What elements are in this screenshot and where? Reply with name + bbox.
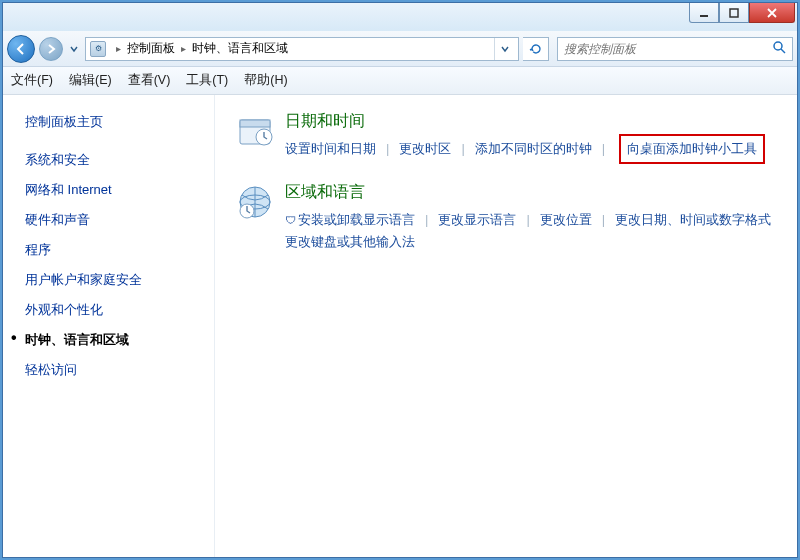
history-dropdown[interactable] bbox=[67, 35, 81, 63]
section: 区域和语言安装或卸载显示语言|更改显示语言|更改位置|更改日期、时间或数字格式更… bbox=[235, 182, 777, 253]
breadcrumb-item[interactable]: 时钟、语言和区域 bbox=[192, 40, 288, 57]
sidebar-item[interactable]: 硬件和声音 bbox=[25, 205, 214, 235]
sidebar-item[interactable]: 用户帐户和家庭安全 bbox=[25, 265, 214, 295]
task-link[interactable]: 设置时间和日期 bbox=[285, 138, 376, 160]
separator: | bbox=[376, 138, 399, 160]
back-button[interactable] bbox=[7, 35, 35, 63]
section: 日期和时间设置时间和日期|更改时区|添加不同时区的时钟|向桌面添加时钟小工具 bbox=[235, 111, 777, 160]
refresh-button[interactable] bbox=[523, 37, 549, 61]
minimize-button[interactable] bbox=[689, 3, 719, 23]
separator: | bbox=[592, 209, 615, 231]
section-body: 日期和时间设置时间和日期|更改时区|添加不同时区的时钟|向桌面添加时钟小工具 bbox=[285, 111, 777, 160]
menu-file[interactable]: 文件(F) bbox=[11, 72, 53, 89]
task-link[interactable]: 添加不同时区的时钟 bbox=[475, 138, 592, 160]
sidebar: 控制面板主页 系统和安全网络和 Internet硬件和声音程序用户帐户和家庭安全… bbox=[3, 95, 215, 557]
control-panel-icon: ⚙ bbox=[90, 41, 106, 57]
svg-rect-1 bbox=[730, 9, 738, 17]
task-link[interactable]: 更改时区 bbox=[399, 138, 451, 160]
menu-edit[interactable]: 编辑(E) bbox=[69, 72, 112, 89]
task-link[interactable]: 向桌面添加时钟小工具 bbox=[627, 141, 757, 156]
svg-point-2 bbox=[774, 42, 782, 50]
chevron-right-icon: ▸ bbox=[110, 43, 127, 54]
sidebar-item[interactable]: 网络和 Internet bbox=[25, 175, 214, 205]
breadcrumb-item[interactable]: 控制面板 bbox=[127, 40, 175, 57]
task-link[interactable]: 更改位置 bbox=[540, 209, 592, 231]
address-bar[interactable]: ⚙ ▸ 控制面板 ▸ 时钟、语言和区域 bbox=[85, 37, 519, 61]
maximize-button[interactable] bbox=[719, 3, 749, 23]
svg-rect-4 bbox=[240, 120, 270, 127]
separator: | bbox=[516, 209, 539, 231]
task-link[interactable]: 更改日期、时间或数字格式 bbox=[615, 209, 771, 231]
window: ⚙ ▸ 控制面板 ▸ 时钟、语言和区域 文件(F) 编辑(E) 查看(V) 工具… bbox=[2, 2, 798, 558]
search-box[interactable] bbox=[557, 37, 793, 61]
forward-button[interactable] bbox=[39, 37, 63, 61]
sidebar-list: 系统和安全网络和 Internet硬件和声音程序用户帐户和家庭安全外观和个性化时… bbox=[25, 145, 214, 385]
sidebar-item[interactable]: 轻松访问 bbox=[25, 355, 214, 385]
separator: | bbox=[451, 138, 474, 160]
menu-help[interactable]: 帮助(H) bbox=[244, 72, 287, 89]
search-icon bbox=[772, 40, 786, 58]
separator: | bbox=[592, 138, 615, 160]
section-title[interactable]: 区域和语言 bbox=[285, 182, 777, 203]
task-link[interactable]: 更改显示语言 bbox=[438, 209, 516, 231]
sidebar-item[interactable]: 系统和安全 bbox=[25, 145, 214, 175]
link-row: 设置时间和日期|更改时区|添加不同时区的时钟|向桌面添加时钟小工具 bbox=[285, 138, 777, 160]
chevron-right-icon: ▸ bbox=[175, 43, 192, 54]
task-link[interactable]: 安装或卸载显示语言 bbox=[285, 209, 415, 231]
link-row: 安装或卸载显示语言|更改显示语言|更改位置|更改日期、时间或数字格式更改键盘或其… bbox=[285, 209, 777, 253]
sidebar-item[interactable]: 时钟、语言和区域 bbox=[25, 325, 214, 355]
highlighted-link: 向桌面添加时钟小工具 bbox=[619, 134, 765, 164]
body: 控制面板主页 系统和安全网络和 Internet硬件和声音程序用户帐户和家庭安全… bbox=[3, 95, 797, 557]
menu-tools[interactable]: 工具(T) bbox=[186, 72, 228, 89]
globe-icon bbox=[235, 182, 275, 222]
task-link[interactable]: 更改键盘或其他输入法 bbox=[285, 231, 415, 253]
search-input[interactable] bbox=[564, 42, 772, 56]
section-title[interactable]: 日期和时间 bbox=[285, 111, 777, 132]
navbar: ⚙ ▸ 控制面板 ▸ 时钟、语言和区域 bbox=[3, 31, 797, 67]
datetime-icon bbox=[235, 111, 275, 151]
sidebar-heading[interactable]: 控制面板主页 bbox=[25, 113, 214, 131]
svg-rect-0 bbox=[700, 15, 708, 17]
content: 日期和时间设置时间和日期|更改时区|添加不同时区的时钟|向桌面添加时钟小工具区域… bbox=[215, 95, 797, 557]
menu-view[interactable]: 查看(V) bbox=[128, 72, 171, 89]
window-controls bbox=[689, 3, 795, 23]
titlebar bbox=[3, 3, 797, 31]
sidebar-item[interactable]: 外观和个性化 bbox=[25, 295, 214, 325]
section-body: 区域和语言安装或卸载显示语言|更改显示语言|更改位置|更改日期、时间或数字格式更… bbox=[285, 182, 777, 253]
menubar: 文件(F) 编辑(E) 查看(V) 工具(T) 帮助(H) bbox=[3, 67, 797, 95]
separator: | bbox=[415, 209, 438, 231]
close-button[interactable] bbox=[749, 3, 795, 23]
address-dropdown[interactable] bbox=[494, 38, 514, 60]
sidebar-item[interactable]: 程序 bbox=[25, 235, 214, 265]
